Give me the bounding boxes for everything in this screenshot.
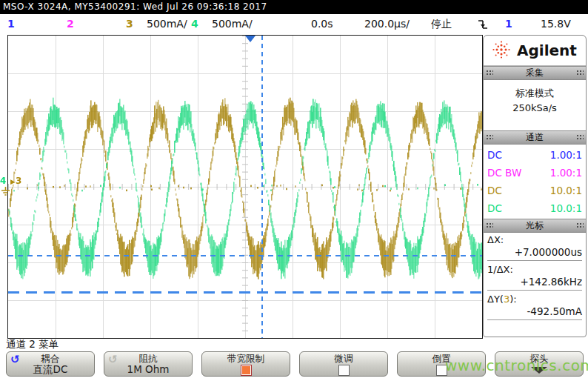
coupling-button[interactable]: ↺ 耦合 直流DC xyxy=(6,351,95,377)
grip-icon xyxy=(576,134,584,141)
grip-icon xyxy=(486,134,493,141)
ch3-number[interactable]: 3 xyxy=(126,14,133,33)
cursor-readouts: ΔX: +7.000000us 1/ΔX: +142.86kHz ΔY(3): … xyxy=(484,233,586,323)
brand-block: Agilent xyxy=(484,36,586,66)
ch4-number[interactable]: 4 xyxy=(191,14,198,33)
time-offset: 0.0s xyxy=(311,14,333,33)
cursor-y2-line[interactable] xyxy=(8,291,482,294)
divider xyxy=(487,319,582,320)
brand-name: Agilent xyxy=(517,42,577,59)
edge-falling-trigger-icon xyxy=(477,14,489,33)
waveform-display: ▶3 xyxy=(7,35,483,339)
channel-settings-list: DC 1.00:1 DC BW 1.00:1 DC 10.0:1 DC 10.0… xyxy=(484,145,586,219)
checkbox-unchecked-icon xyxy=(338,365,350,376)
ch3-scale: 500mA/ xyxy=(147,14,187,33)
channels-header: 通道 xyxy=(484,130,586,145)
rotate-knob-icon: ↺ xyxy=(10,353,20,366)
sidebar: Agilent 采集 标准模式 250kSa/s 通道 DC 1.00:1 DC… xyxy=(483,35,587,337)
acquisition-header: 采集 xyxy=(484,66,586,80)
delta-x-value: +7.000000us xyxy=(487,246,582,259)
delta-x-label: ΔX: xyxy=(487,233,582,246)
ground-icon xyxy=(1,185,10,199)
inv-delta-x-label: 1/ΔX: xyxy=(487,263,582,276)
channel4-row: DC 10.0:1 xyxy=(487,199,582,217)
inv-delta-x-value: +142.86kHz xyxy=(487,276,582,288)
divider xyxy=(487,290,582,291)
ch2-number[interactable]: 2 xyxy=(67,14,74,33)
checkbox-checked-icon xyxy=(241,365,252,376)
trigger-position-marker[interactable] xyxy=(245,36,255,42)
bandwidth-limit-button[interactable]: 带宽限制 xyxy=(201,351,290,377)
impedance-button[interactable]: ↺ 阻抗 1M Ohm xyxy=(104,351,193,377)
channel1-row: DC 1.00:1 xyxy=(487,146,582,164)
cursor-y1-line[interactable] xyxy=(8,255,482,256)
instrument-title: MSO-X 3024A, MY53400291: Wed Jul 26 09:3… xyxy=(3,1,267,12)
ch1-number[interactable]: 1 xyxy=(7,14,15,33)
delta-y-value: -492.50mA xyxy=(487,305,582,318)
status-bar: 1 2 3 500mA/ 4 500mA/ 0.0s 200.0µs/ 停止 1… xyxy=(0,14,588,34)
agilent-logo-icon xyxy=(491,39,512,62)
fine-adjust-button[interactable]: 微调 xyxy=(299,351,388,377)
trigger-level: 15.8V xyxy=(541,14,571,33)
rotate-knob-icon: ↺ xyxy=(108,353,118,366)
cursors-header: 光标 xyxy=(484,219,586,233)
channel3-row: DC 10.0:1 xyxy=(487,182,582,199)
grip-icon xyxy=(576,70,584,76)
title-bar: MSO-X 3024A, MY53400291: Wed Jul 26 09:3… xyxy=(0,0,588,14)
grip-icon xyxy=(576,222,584,229)
grip-icon xyxy=(486,70,493,76)
run-state: 停止 xyxy=(431,14,452,33)
menu-title: 通道 2 菜单 xyxy=(6,338,59,351)
ch3-ground-marker: ▶3 xyxy=(10,176,21,186)
ch4-scale: 500mA/ xyxy=(212,14,253,33)
divider xyxy=(487,260,582,261)
delta-y-label: ΔY(3): xyxy=(487,293,582,305)
acquisition-panel: 标准模式 250kSa/s xyxy=(484,80,586,130)
channel2-row: DC BW 1.00:1 xyxy=(487,164,582,182)
watermark: www.cntronics.com xyxy=(445,357,588,374)
grip-icon xyxy=(486,222,493,229)
sample-rate: 250kSa/s xyxy=(484,101,586,116)
cursor-x-line[interactable] xyxy=(261,36,263,338)
acquisition-mode: 标准模式 xyxy=(484,86,586,101)
timebase: 200.0µs/ xyxy=(364,14,410,33)
trigger-source: 1 xyxy=(505,14,512,33)
